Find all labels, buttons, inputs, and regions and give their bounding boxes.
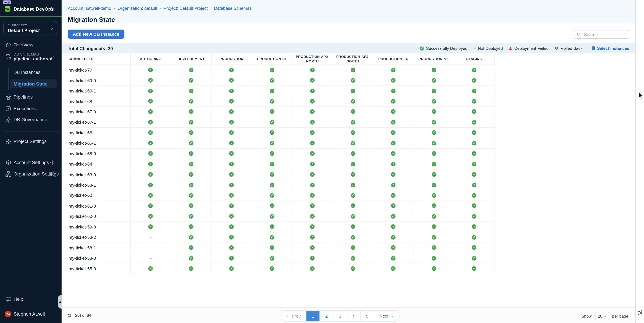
status-cell: ✓ — [212, 149, 252, 159]
gear-icon — [6, 138, 12, 144]
sidebar-item-db-schemas[interactable]: DB SCHEMAS pipeline_authored — [0, 52, 62, 63]
success-icon: ✓ — [432, 266, 436, 271]
status-cell: ✓ — [333, 264, 374, 274]
info-icon[interactable] — [50, 172, 54, 176]
success-icon: ✓ — [148, 68, 153, 72]
success-icon: ✓ — [270, 151, 274, 156]
status-cell: ✓ — [374, 128, 414, 138]
page-button[interactable]: 5 — [360, 311, 374, 321]
success-icon: ✓ — [472, 193, 476, 198]
status-cell: ✓ — [292, 169, 333, 180]
changeset-name: my-ticket-60-0 — [68, 211, 131, 222]
sidebar-item-pipelines[interactable]: Pipelines — [0, 93, 62, 101]
search-input[interactable] — [583, 31, 629, 37]
status-cell: ✓ — [292, 117, 333, 128]
success-icon: ✓ — [351, 89, 355, 93]
add-new-db-instance-button[interactable]: Add New DB Instance — [68, 30, 124, 39]
success-icon: ✓ — [432, 183, 436, 187]
sidebar-item-executions[interactable]: Executions — [0, 105, 62, 112]
status-cell: ✓ — [374, 201, 414, 211]
status-cell: ✓ — [333, 96, 374, 107]
show-label: Show — [581, 314, 592, 318]
status-cell: ✓ — [333, 117, 374, 128]
sidebar-item-overview[interactable]: Overview — [0, 41, 62, 49]
success-icon: ✓ — [310, 224, 315, 229]
sidebar-item-user[interactable]: Stephen Atwell — [0, 310, 62, 318]
status-cell: ✓ — [252, 96, 292, 107]
prev-page-button[interactable]: ← Prev — [281, 311, 306, 321]
success-icon: ✓ — [148, 89, 153, 93]
status-cell: ✓ — [414, 128, 454, 138]
status-cell: ✓ — [212, 180, 252, 190]
status-cell: ✓ — [252, 159, 292, 169]
project-selector[interactable]: PROJECT Default Project — [3, 21, 57, 35]
success-icon: ✓ — [229, 235, 234, 239]
sidebar-item-migration-state[interactable]: Migration State — [10, 79, 57, 88]
table-row: my-ticket-63-0✓✓✓✓✓✓✓✓✓ — [68, 169, 495, 180]
breadcrumb-link[interactable]: Project: Default Project — [164, 6, 208, 11]
status-cell: ✓ — [454, 222, 495, 232]
changeset-name: my-ticket-58-0 — [68, 253, 131, 264]
status-cell: ✓ — [131, 222, 171, 232]
pipelines-icon — [6, 94, 12, 100]
status-cell: ✓ — [171, 149, 212, 159]
status-cell: ✓ — [454, 65, 495, 76]
next-page-button[interactable]: Next → — [374, 311, 399, 321]
app-switcher-grid-icon[interactable] — [49, 7, 54, 11]
success-icon: ✓ — [391, 120, 396, 125]
status-cell: ✓ — [171, 201, 212, 211]
status-cell: ✓ — [333, 159, 374, 169]
breadcrumb-link[interactable]: Organization: default — [118, 6, 157, 11]
home-icon — [6, 42, 12, 48]
sidebar-collapse-handle[interactable]: ◀ — [58, 295, 62, 308]
success-icon: ✓ — [229, 78, 234, 83]
info-icon[interactable] — [50, 160, 54, 165]
success-icon: ✓ — [310, 162, 315, 166]
success-icon: ✓ — [472, 266, 476, 271]
summary-band: Total Changesets: 20 ✓Successfully Deplo… — [62, 43, 635, 54]
breadcrumb-link[interactable]: Database Schemas — [214, 6, 252, 11]
success-icon: ✓ — [148, 224, 153, 229]
page-size-select[interactable]: 20 — [595, 312, 609, 320]
page-button[interactable]: 2 — [320, 311, 333, 321]
success-icon: ✓ — [270, 235, 274, 239]
sidebar-item-help[interactable]: ? Help — [0, 295, 62, 303]
sidebar-item-project-settings[interactable]: Project Settings — [0, 138, 62, 145]
changeset-name: my-ticket-67-0 — [68, 107, 131, 117]
db-schemas-label: DB SCHEMAS — [14, 52, 39, 56]
success-icon: ✓ — [391, 266, 396, 271]
status-cell: ✓ — [333, 232, 374, 243]
breadcrumb-separator: › — [114, 6, 115, 11]
sidebar-item-organization-settings[interactable]: Organization Settings — [0, 170, 62, 178]
sidebar-item-account-settings[interactable]: Account Settings — [0, 159, 62, 166]
status-cell: ✓ — [374, 96, 414, 107]
table-row: my-ticket-64✓✓✓✓✓✓✓✓✓ — [68, 159, 495, 169]
status-cell: ✓ — [333, 149, 374, 159]
success-icon: ✓ — [432, 235, 436, 239]
success-icon: ✓ — [310, 183, 315, 187]
status-cell: ✓ — [252, 65, 292, 76]
page-button[interactable]: 4 — [346, 311, 360, 321]
status-cell: ✓ — [292, 76, 333, 86]
success-icon: ✓ — [432, 162, 436, 166]
success-icon: ✓ — [391, 256, 396, 260]
status-cell: ✓ — [374, 86, 414, 96]
success-icon: ✓ — [270, 203, 274, 208]
status-cell: ✓ — [414, 201, 454, 211]
page-button[interactable]: 1 — [306, 311, 320, 321]
legend-label: Deployment Failed — [514, 46, 548, 51]
page-button[interactable]: 3 — [333, 311, 346, 321]
breadcrumb-link[interactable]: Account: satwell-demo — [68, 6, 111, 11]
success-icon: ✓ — [432, 99, 436, 104]
status-cell: – — [131, 253, 171, 264]
support-chat-icon[interactable] — [637, 309, 643, 315]
select-instances-button[interactable]: Select Instances — [592, 46, 629, 51]
success-icon: ✓ — [189, 110, 193, 114]
success-icon: ✓ — [148, 266, 153, 271]
success-icon: ✓ — [310, 89, 315, 93]
status-cell: ✓ — [171, 76, 212, 86]
table-row: my-ticket-63-1✓✓✓✓✓✓✓✓✓ — [68, 180, 495, 190]
sidebar-item-db-instances[interactable]: DB Instances — [14, 70, 40, 75]
sidebar-item-db-governance[interactable]: DB Governance — [0, 116, 62, 123]
breadcrumb: Account: satwell-demo›Organization: defa… — [68, 6, 252, 11]
